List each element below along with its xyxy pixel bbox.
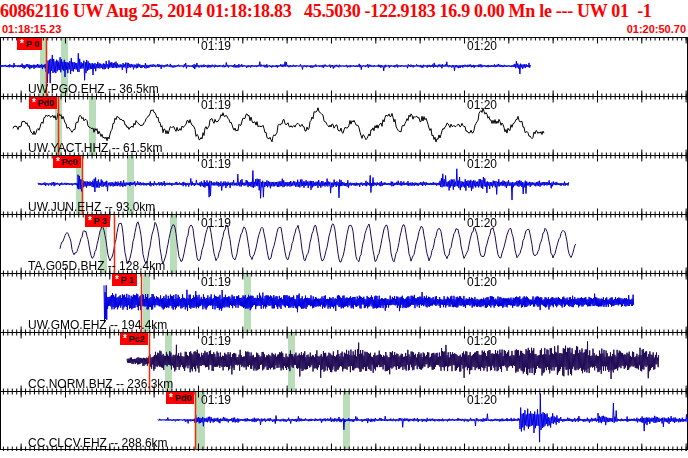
- pick-quality-star-icon: *: [32, 97, 36, 109]
- pick-quality-star-icon: *: [115, 274, 119, 286]
- pick-flag-label: Pc0: [62, 156, 78, 168]
- time-tick-label: 01:19: [201, 39, 231, 53]
- pick-flag-label: Pc2: [129, 333, 145, 345]
- p-pick-flag[interactable]: *Pc0: [53, 156, 81, 168]
- station-label: TA.G05D.BHZ -- 128.4km: [28, 259, 165, 273]
- p-pick-flag[interactable]: *P 1: [112, 274, 137, 286]
- p-pick-flag[interactable]: *Pc2: [120, 333, 148, 345]
- p-pick-flag[interactable]: *P 0: [17, 38, 42, 50]
- pick-quality-star-icon: *: [169, 392, 173, 404]
- event-header: 60862116 UW Aug 25, 2014 01:18:18.83 45.…: [0, 0, 688, 22]
- station-label: CC.NORM.BHZ -- 236.3km: [28, 377, 173, 391]
- p-pick-flag[interactable]: *Pd0: [29, 97, 57, 109]
- time-window-bar: 01:18:15.23 01:20:50.70: [0, 21, 688, 37]
- time-tick-label: 01:19: [201, 98, 231, 112]
- time-tick-label: 01:20: [467, 216, 497, 230]
- pick-flag-label: P 1: [121, 274, 134, 286]
- window-start-time: 01:18:15.23: [2, 23, 61, 35]
- time-tick-label: 01:20: [467, 157, 497, 171]
- time-tick-label: 01:20: [467, 334, 497, 348]
- seismogram-viewer: 60862116 UW Aug 25, 2014 01:18:18.83 45.…: [0, 0, 688, 458]
- time-tick-label: 01:19: [201, 393, 231, 407]
- pick-flag-label: P 0: [26, 38, 39, 50]
- station-label: CC.CLCV.EHZ -- 288.6km: [28, 436, 168, 450]
- p-pick-flag[interactable]: *Pd0: [166, 392, 194, 404]
- pick-flag-label: Pd0: [38, 97, 55, 109]
- station-label: UW.JUN.EHZ -- 93.0km: [28, 200, 155, 214]
- time-tick-label: 01:20: [467, 275, 497, 289]
- p-pick-flag[interactable]: *P 3: [85, 215, 110, 227]
- time-tick-label: 01:19: [201, 275, 231, 289]
- station-label: UW.YACT.HHZ -- 61.5km: [28, 141, 162, 155]
- time-tick-label: 01:20: [467, 98, 497, 112]
- pick-quality-star-icon: *: [88, 215, 92, 227]
- pick-quality-star-icon: *: [20, 38, 24, 50]
- time-tick-label: 01:19: [201, 334, 231, 348]
- station-label: UW.PGO.EHZ -- 36.5km: [28, 82, 159, 96]
- time-tick-label: 01:20: [467, 39, 497, 53]
- time-tick-label: 01:19: [201, 157, 231, 171]
- time-tick-label: 01:20: [467, 393, 497, 407]
- pick-flag-label: Pd0: [175, 392, 192, 404]
- pick-quality-star-icon: *: [56, 156, 60, 168]
- station-label: UW.GMO.EHZ -- 194.4km: [28, 318, 167, 332]
- pick-flag-label: P 3: [94, 215, 107, 227]
- pick-quality-star-icon: *: [123, 333, 127, 345]
- time-tick-label: 01:19: [201, 216, 231, 230]
- trace-panels: 01:1901:20UW.PGO.EHZ -- 36.5km*P 001:190…: [0, 37, 688, 451]
- window-end-time: 01:20:50.70: [627, 23, 686, 35]
